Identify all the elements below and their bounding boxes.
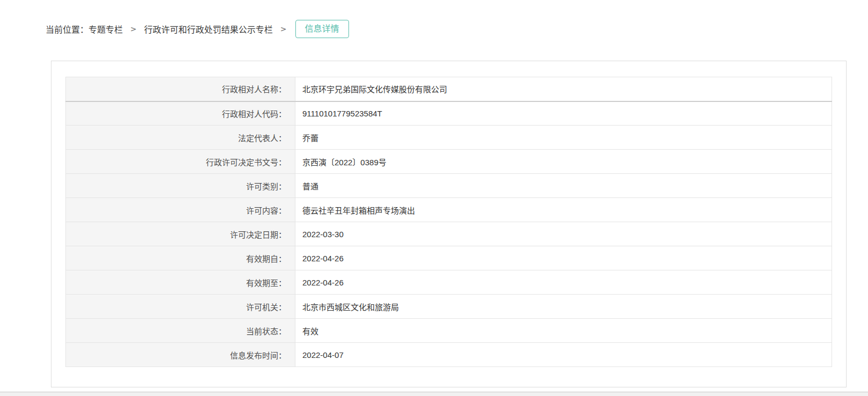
detail-card: 行政相对人名称： 北京环宇兄弟国际文化传媒股份有限公司 行政相对人代码： 911…	[51, 61, 847, 387]
row-value: 普通	[295, 174, 832, 198]
table-row: 法定代表人： 乔蕾	[66, 126, 832, 150]
row-label: 有效期至：	[66, 270, 295, 295]
row-value: 91110101779523584T	[295, 101, 832, 126]
row-label: 行政相对人名称：	[66, 77, 295, 101]
row-label: 有效期自：	[66, 246, 295, 270]
breadcrumb-separator-icon: >	[130, 25, 137, 33]
row-value: 有效	[295, 319, 832, 343]
table-row: 行政相对人代码： 91110101779523584T	[66, 101, 832, 126]
table-row: 行政相对人名称： 北京环宇兄弟国际文化传媒股份有限公司	[66, 77, 832, 101]
breadcrumb-link-special-columns[interactable]: 专题专栏	[88, 23, 123, 35]
breadcrumb-separator-icon: >	[280, 25, 287, 33]
table-row: 信息发布时间： 2022-04-07	[66, 343, 832, 367]
row-label: 行政许可决定书文号：	[66, 150, 295, 174]
footer-divider	[0, 392, 868, 396]
row-value: 2022-04-26	[295, 270, 832, 295]
row-label: 许可机关：	[66, 295, 295, 319]
breadcrumb: 当前位置： 专题专栏 > 行政许可和行政处罚结果公示专栏 > 信息详情	[46, 19, 349, 39]
table-row: 许可内容： 德云社辛丑年封箱相声专场演出	[66, 198, 832, 222]
table-row: 许可类别： 普通	[66, 174, 832, 198]
row-label: 法定代表人：	[66, 126, 295, 150]
row-label: 许可类别：	[66, 174, 295, 198]
row-label: 信息发布时间：	[66, 343, 295, 367]
table-row: 有效期至： 2022-04-26	[66, 270, 832, 295]
row-label: 许可决定日期：	[66, 222, 295, 246]
row-value: 北京环宇兄弟国际文化传媒股份有限公司	[295, 77, 832, 101]
info-detail-badge[interactable]: 信息详情	[295, 20, 349, 38]
row-label: 许可内容：	[66, 198, 295, 222]
permit-detail-table: 行政相对人名称： 北京环宇兄弟国际文化传媒股份有限公司 行政相对人代码： 911…	[65, 77, 832, 367]
table-row: 许可决定日期： 2022-03-30	[66, 222, 832, 246]
row-value: 2022-04-26	[295, 246, 832, 270]
breadcrumb-link-permit-punishment-column[interactable]: 行政许可和行政处罚结果公示专栏	[144, 23, 273, 35]
breadcrumb-current-location-label: 当前位置：	[46, 23, 88, 35]
row-value: 北京市西城区文化和旅游局	[295, 295, 832, 319]
row-label: 行政相对人代码：	[66, 101, 295, 126]
table-row: 许可机关： 北京市西城区文化和旅游局	[66, 295, 832, 319]
row-value: 京西演〔2022〕0389号	[295, 150, 832, 174]
table-row: 当前状态： 有效	[66, 319, 832, 343]
row-value: 乔蕾	[295, 126, 832, 150]
page: 当前位置： 专题专栏 > 行政许可和行政处罚结果公示专栏 > 信息详情 行政相对…	[0, 0, 868, 396]
table-row: 有效期自： 2022-04-26	[66, 246, 832, 270]
row-label: 当前状态：	[66, 319, 295, 343]
row-value: 德云社辛丑年封箱相声专场演出	[295, 198, 832, 222]
row-value: 2022-04-07	[295, 343, 832, 367]
table-row: 行政许可决定书文号： 京西演〔2022〕0389号	[66, 150, 832, 174]
row-value: 2022-03-30	[295, 222, 832, 246]
